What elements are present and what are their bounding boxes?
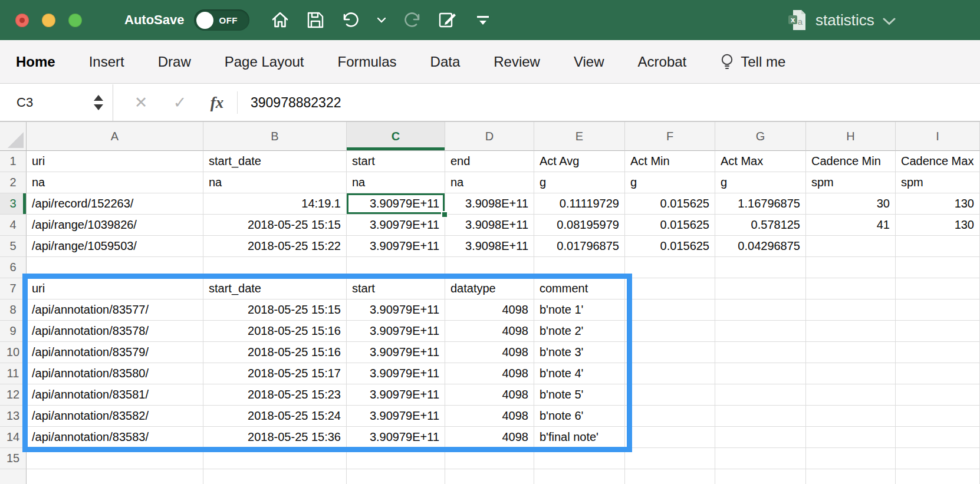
- column-header-E[interactable]: E: [534, 122, 625, 151]
- cell-E14[interactable]: b'final note': [534, 427, 625, 448]
- cell-C5[interactable]: 3.90979E+11: [347, 236, 445, 257]
- cell-C1[interactable]: start: [347, 151, 445, 172]
- cell-D8[interactable]: 4098: [445, 299, 534, 321]
- cell-F9[interactable]: [625, 321, 715, 342]
- cell-A11[interactable]: /api/annotation/83580/: [27, 363, 203, 384]
- cell-H1[interactable]: Cadence Min: [806, 151, 896, 172]
- cell-I7[interactable]: [896, 278, 980, 299]
- cancel-entry-button[interactable]: ✕: [121, 93, 160, 112]
- cell[interactable]: [715, 469, 806, 484]
- confirm-entry-button[interactable]: ✓: [160, 93, 199, 112]
- cell-D6[interactable]: [445, 257, 534, 278]
- cell[interactable]: [806, 469, 896, 484]
- cell-G3[interactable]: 1.16796875: [715, 193, 806, 215]
- cell-C12[interactable]: 3.90979E+11: [347, 384, 445, 406]
- row-header-6[interactable]: 6: [0, 257, 27, 278]
- cell[interactable]: [347, 469, 445, 484]
- minimize-button[interactable]: [42, 14, 55, 27]
- cell-F10[interactable]: [625, 342, 715, 363]
- cell[interactable]: [896, 469, 980, 484]
- cell-I3[interactable]: 130: [896, 193, 980, 215]
- cell-H10[interactable]: [806, 342, 896, 363]
- cell-I1[interactable]: Cadence Max: [896, 151, 980, 172]
- cell-D14[interactable]: 4098: [445, 427, 534, 448]
- formula-input[interactable]: 390978882322: [251, 95, 341, 111]
- cell-G10[interactable]: [715, 342, 806, 363]
- cell-D7[interactable]: datatype: [445, 278, 534, 299]
- fill-handle[interactable]: [441, 211, 448, 218]
- cell-B15[interactable]: [203, 448, 347, 469]
- document-title-menu[interactable]: a x statistics: [787, 0, 896, 40]
- cell-G2[interactable]: g: [715, 172, 806, 193]
- row-header-10[interactable]: 10: [0, 342, 27, 363]
- cell-A6[interactable]: [27, 257, 203, 278]
- cell-G1[interactable]: Act Max: [715, 151, 806, 172]
- cell-D13[interactable]: 4098: [445, 406, 534, 427]
- cell-F5[interactable]: 0.015625: [625, 236, 715, 257]
- cell-I15[interactable]: [896, 448, 980, 469]
- cell-B5[interactable]: 2018-05-25 15:22: [203, 236, 347, 257]
- row-header-12[interactable]: 12: [0, 384, 27, 406]
- cell-A4[interactable]: /api/range/1039826/: [27, 215, 203, 236]
- cell-A9[interactable]: /api/annotation/83578/: [27, 321, 203, 342]
- cell-I8[interactable]: [896, 299, 980, 321]
- row-header-5[interactable]: 5: [0, 236, 27, 257]
- cell-G14[interactable]: [715, 427, 806, 448]
- cell-F2[interactable]: g: [625, 172, 715, 193]
- cell-A12[interactable]: /api/annotation/83581/: [27, 384, 203, 406]
- cell-A1[interactable]: uri: [27, 151, 203, 172]
- cell-A5[interactable]: /api/range/1059503/: [27, 236, 203, 257]
- cell-H14[interactable]: [806, 427, 896, 448]
- name-box-stepper[interactable]: [94, 84, 103, 121]
- cell-C4[interactable]: 3.90979E+11: [347, 215, 445, 236]
- column-header-D[interactable]: D: [445, 122, 534, 151]
- cell-D3[interactable]: 3.9098E+11: [445, 193, 534, 215]
- cell-E10[interactable]: b'note 3': [534, 342, 625, 363]
- cell-G7[interactable]: [715, 278, 806, 299]
- home-button[interactable]: [269, 9, 291, 31]
- cell-E11[interactable]: b'note 4': [534, 363, 625, 384]
- row-header-13[interactable]: 13: [0, 406, 27, 427]
- cell-E9[interactable]: b'note 2': [534, 321, 625, 342]
- fullscreen-button[interactable]: [68, 14, 82, 27]
- cell[interactable]: [203, 469, 347, 484]
- cell-C7[interactable]: start: [347, 278, 445, 299]
- tab-acrobat[interactable]: Acrobat: [638, 54, 687, 70]
- cell-B3[interactable]: 14:19.1: [203, 193, 347, 215]
- cell-I2[interactable]: spm: [896, 172, 980, 193]
- insert-function-button[interactable]: fx: [199, 94, 235, 112]
- cell-E15[interactable]: [534, 448, 625, 469]
- cell-F1[interactable]: Act Min: [625, 151, 715, 172]
- tab-draw[interactable]: Draw: [158, 54, 191, 70]
- cell-E6[interactable]: [534, 257, 625, 278]
- cell-A14[interactable]: /api/annotation/83583/: [27, 427, 203, 448]
- column-header-C[interactable]: C: [347, 122, 445, 151]
- save-button[interactable]: [305, 9, 326, 31]
- cell-D11[interactable]: 4098: [445, 363, 534, 384]
- cell-A2[interactable]: na: [27, 172, 203, 193]
- cell-C9[interactable]: 3.90979E+11: [347, 321, 445, 342]
- cell-D10[interactable]: 4098: [445, 342, 534, 363]
- cell-H13[interactable]: [806, 406, 896, 427]
- row-header-4[interactable]: 4: [0, 215, 27, 236]
- cell-C14[interactable]: 3.90979E+11: [347, 427, 445, 448]
- cell-F7[interactable]: [625, 278, 715, 299]
- cell-G8[interactable]: [715, 299, 806, 321]
- cell-H6[interactable]: [806, 257, 896, 278]
- cell-E12[interactable]: b'note 5': [534, 384, 625, 406]
- cell-H8[interactable]: [806, 299, 896, 321]
- undo-menu-chevron[interactable]: [376, 9, 387, 31]
- tab-data[interactable]: Data: [430, 54, 461, 70]
- cell-D1[interactable]: end: [445, 151, 534, 172]
- cell-F4[interactable]: 0.015625: [625, 215, 715, 236]
- row-header-15[interactable]: 15: [0, 448, 27, 469]
- column-header-A[interactable]: A: [27, 122, 203, 151]
- cell-I10[interactable]: [896, 342, 980, 363]
- row-header-2[interactable]: 2: [0, 172, 27, 193]
- cell-F13[interactable]: [625, 406, 715, 427]
- cell-B11[interactable]: 2018-05-25 15:17: [203, 363, 347, 384]
- cell-E4[interactable]: 0.08195979: [534, 215, 625, 236]
- cell[interactable]: [27, 469, 203, 484]
- cell-H3[interactable]: 30: [806, 193, 896, 215]
- column-header-B[interactable]: B: [203, 122, 347, 151]
